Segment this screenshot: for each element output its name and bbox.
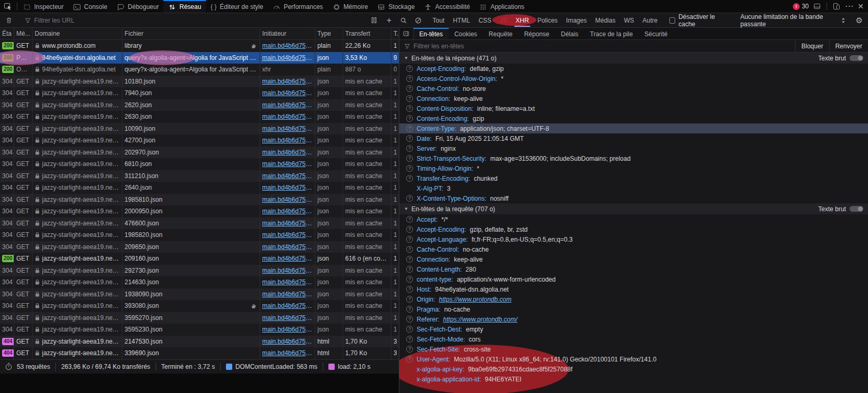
- header-row[interactable]: ? x-algolia-application-id 94HE6YATEI: [399, 374, 868, 384]
- tab-stockage[interactable]: Stockage: [373, 0, 419, 13]
- help-icon[interactable]: ?: [406, 226, 413, 233]
- table-row[interactable]: 304 GET jazzy-starlight-aeea19.netli… 35…: [0, 324, 399, 336]
- initiator-cell[interactable]: main.bd4b6d75.j…: [260, 76, 315, 88]
- header-row[interactable]: ? Referer https://www.protondb.com/: [399, 314, 868, 324]
- tab-performances[interactable]: Performances: [268, 0, 328, 13]
- request-headers-section[interactable]: ▼ En-têtes de la requête (707 o) Texte b…: [399, 203, 868, 214]
- tab-en-tetes[interactable]: En-têtes: [414, 28, 449, 39]
- col-domain[interactable]: Domaine: [33, 28, 122, 39]
- help-icon[interactable]: ?: [406, 346, 413, 353]
- filter-autre[interactable]: Autre: [638, 13, 662, 27]
- col-initiator[interactable]: Initiateur: [260, 28, 315, 39]
- help-icon[interactable]: ?: [406, 296, 413, 303]
- tab-reseau[interactable]: Réseau: [163, 0, 205, 13]
- help-icon[interactable]: ?: [406, 125, 413, 132]
- help-icon[interactable]: ?: [406, 105, 413, 112]
- table-row[interactable]: 304 GET jazzy-starlight-aeea19.netli… 10…: [0, 76, 399, 88]
- raw-toggle[interactable]: [850, 55, 863, 61]
- initiator-cell[interactable]: main.bd4b6d75.j…: [260, 229, 315, 241]
- table-row[interactable]: 200 GET jazzy-starlight-aeea19.netli… 20…: [0, 253, 399, 265]
- raw-toggle[interactable]: [850, 206, 863, 212]
- header-row[interactable]: ? Server nginx: [399, 143, 868, 153]
- table-row[interactable]: 304 GET jazzy-starlight-aeea19.netli… 29…: [0, 265, 399, 277]
- tab-console[interactable]: Console: [68, 0, 112, 13]
- tab-memoire[interactable]: Mémoire: [328, 0, 373, 13]
- header-row[interactable]: ? content-type application/x-www-form-ur…: [399, 274, 868, 284]
- clear-requests-icon[interactable]: [0, 16, 18, 24]
- header-row[interactable]: ? Content-Length 280: [399, 264, 868, 274]
- initiator-cell[interactable]: main.bd4b6d75.j…: [260, 253, 315, 265]
- help-icon[interactable]: ?: [406, 336, 413, 343]
- table-row[interactable]: 304 GET jazzy-starlight-aeea19.netli… 26…: [0, 111, 399, 123]
- header-row[interactable]: ? Origin https://www.protondb.com: [399, 294, 868, 304]
- initiator-cell[interactable]: main.bd4b6d75.j…: [260, 324, 315, 336]
- help-icon[interactable]: ?: [406, 356, 413, 363]
- initiator-cell[interactable]: main.bd4b6d75.j…: [260, 300, 315, 312]
- help-icon[interactable]: ?: [406, 145, 413, 152]
- help-icon[interactable]: ?: [406, 256, 413, 263]
- initiator-cell[interactable]: main.bd4b6d75.j…: [260, 288, 315, 301]
- initiator-cell[interactable]: main.bd4b6d75.j…: [260, 205, 315, 218]
- tab-editeur-de-style[interactable]: { } Éditeur de style: [206, 0, 268, 13]
- table-row[interactable]: 304 GET jazzy-starlight-aeea19.netli… 19…: [0, 288, 399, 301]
- initiator-cell[interactable]: main.bd4b6d75.j…: [260, 123, 315, 135]
- initiator-cell[interactable]: main.bd4b6d75.j…: [260, 218, 315, 230]
- header-row[interactable]: ? Date Fri, 15 Aug 2025 21:05:14 GMT: [399, 133, 868, 143]
- table-row[interactable]: 200 POST 94he6yatei-dsn.algolia.net quer…: [0, 52, 399, 64]
- header-row[interactable]: ? Content-Disposition inline; filename=a…: [399, 104, 868, 113]
- col-method[interactable]: Mé...: [14, 28, 33, 39]
- help-icon[interactable]: ?: [406, 75, 413, 82]
- header-row[interactable]: ? Accept */*: [399, 214, 868, 224]
- header-row[interactable]: ? Access-Control-Allow-Origin *: [399, 74, 868, 84]
- initiator-cell[interactable]: main.bd4b6d75.j…: [260, 40, 315, 52]
- collapse-panel-icon[interactable]: [399, 28, 414, 39]
- initiator-cell[interactable]: main.bd4b6d75.j…: [260, 241, 315, 253]
- table-row[interactable]: 304 GET jazzy-starlight-aeea19.netli… 10…: [0, 123, 399, 135]
- table-row[interactable]: 304 GET jazzy-starlight-aeea19.netli… 42…: [0, 135, 399, 147]
- filter-html[interactable]: HTML: [449, 13, 474, 27]
- header-row[interactable]: ? Sec-Fetch-Dest empty: [399, 324, 868, 334]
- initiator-cell[interactable]: main.bd4b6d75.j…: [260, 99, 315, 111]
- header-row[interactable]: ? Pragma no-cache: [399, 304, 868, 314]
- new-request-icon[interactable]: +: [381, 13, 396, 27]
- header-row[interactable]: ? X-Alg-PT 3: [399, 183, 868, 193]
- domcontentloaded-time[interactable]: DOMContentLoaded: 563 ms: [235, 363, 317, 370]
- initiator-cell[interactable]: main.bd4b6d75.j…: [260, 194, 315, 206]
- table-row[interactable]: 304 GET jazzy-starlight-aeea19.netli… 26…: [0, 182, 399, 194]
- header-row[interactable]: ? Accept-Language fr,fr-FR;q=0.8,en-US;q…: [399, 234, 868, 244]
- headers-filter[interactable]: [399, 40, 795, 52]
- header-row[interactable]: ? Timing-Allow-Origin *: [399, 163, 868, 173]
- har-settings-gear-icon[interactable]: ⚙: [851, 16, 868, 25]
- filter-ws[interactable]: WS: [619, 13, 638, 27]
- header-row[interactable]: ? Accept-Encoding gzip, deflate, br, zst…: [399, 224, 868, 234]
- initiator-cell[interactable]: main.bd4b6d75.j…: [260, 182, 315, 194]
- col-status[interactable]: Éta: [0, 28, 14, 39]
- table-row[interactable]: 304 GET jazzy-starlight-aeea19.netli… 31…: [0, 170, 399, 182]
- table-row[interactable]: 304 GET jazzy-starlight-aeea19.netli… 79…: [0, 87, 399, 99]
- filter-medias[interactable]: Médias: [591, 13, 620, 27]
- load-time[interactable]: load: 2,10 s: [338, 363, 370, 370]
- tab-delais[interactable]: Délais: [555, 28, 584, 39]
- table-row[interactable]: 304 GET jazzy-starlight-aeea19.netli… 20…: [0, 241, 399, 253]
- help-icon[interactable]: ?: [406, 266, 413, 273]
- stopwatch-icon[interactable]: [5, 363, 13, 370]
- header-row[interactable]: ? Host 94he6yatei-dsn.algolia.net: [399, 284, 868, 294]
- header-row[interactable]: ? Strict-Transport-Security max-age=3153…: [399, 153, 868, 163]
- col-transfer[interactable]: Transfert: [343, 28, 391, 39]
- initiator-cell[interactable]: main.bd4b6d75.j…: [260, 265, 315, 277]
- col-size[interactable]: T...: [391, 28, 399, 39]
- responsive-mode-icon[interactable]: [832, 2, 841, 11]
- help-icon[interactable]: ?: [406, 155, 413, 162]
- table-row[interactable]: 304 GET jazzy-starlight-aeea19.netli… 20…: [0, 205, 399, 218]
- table-row[interactable]: 304 GET jazzy-starlight-aeea19.netli… 39…: [0, 300, 399, 312]
- table-row[interactable]: 304 GET jazzy-starlight-aeea19.netli… 47…: [0, 218, 399, 230]
- split-console-icon[interactable]: [813, 2, 821, 11]
- url-filter-input[interactable]: [34, 17, 360, 24]
- help-icon[interactable]: ?: [406, 85, 413, 92]
- filter-images[interactable]: Images: [562, 13, 591, 27]
- table-row[interactable]: 404 GET jazzy-starlight-aeea19.netli… 21…: [0, 336, 399, 348]
- header-row[interactable]: ? Accept-Encoding deflate, gzip: [399, 64, 868, 74]
- header-row[interactable]: ? Cache-Control no-store: [399, 84, 868, 94]
- table-row[interactable]: 304 GET jazzy-starlight-aeea19.netli… 19…: [0, 229, 399, 241]
- header-row[interactable]: ? User-Agent Mozilla/5.0 (X11; Linux x86…: [399, 354, 868, 364]
